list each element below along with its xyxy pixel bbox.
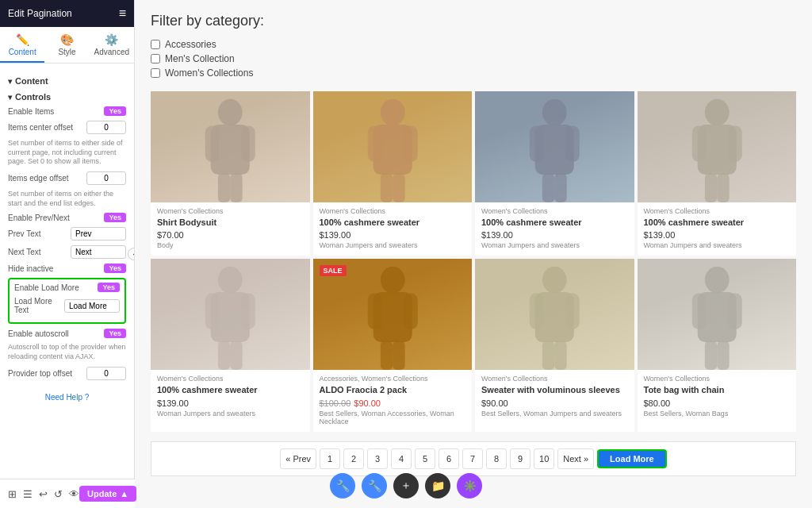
svg-rect-8 xyxy=(367,125,381,162)
enable-load-more-toggle[interactable]: Yes xyxy=(98,283,120,292)
items-center-note: Set number of items to either side of cu… xyxy=(8,139,126,167)
product-name: 100% cashmere sweater xyxy=(157,384,304,395)
page-number-btn[interactable]: 3 xyxy=(367,448,388,469)
product-card[interactable]: Women's Collections100% cashmere sweater… xyxy=(475,91,634,256)
tab-content[interactable]: ✏️ Content xyxy=(0,27,44,63)
sidebar-body: Content Controls Enable Items Yes Items … xyxy=(0,64,134,508)
original-price: $100.00 xyxy=(320,398,351,408)
content-icon: ✏️ xyxy=(3,33,41,46)
tab-style[interactable]: 🎨 Style xyxy=(44,27,89,63)
refresh-icon[interactable]: ↺ xyxy=(54,488,63,500)
product-card[interactable]: Women's Collections100% cashmere sweater… xyxy=(151,259,310,431)
page-number-btn[interactable]: 7 xyxy=(462,448,483,469)
product-card[interactable]: Women's CollectionsSweater with volumino… xyxy=(475,259,634,431)
filter-mens-checkbox[interactable] xyxy=(151,54,160,64)
enable-items-label: Enable Items xyxy=(8,107,104,116)
need-help-link[interactable]: Need Help ? xyxy=(8,385,126,410)
layers-icon[interactable]: ☰ xyxy=(23,488,33,500)
provider-top-offset-input[interactable] xyxy=(86,367,126,380)
product-tags: Woman Jumpers and sweaters xyxy=(157,410,304,418)
load-more-button[interactable]: Load More xyxy=(597,449,667,468)
svg-rect-32 xyxy=(367,294,381,330)
pagination-next[interactable]: Next » xyxy=(557,448,594,469)
eye-icon[interactable]: 👁 xyxy=(69,488,79,500)
pagination-prev[interactable]: « Prev xyxy=(280,448,316,469)
enable-autoscroll-toggle[interactable]: Yes xyxy=(104,329,126,338)
svg-rect-47 xyxy=(717,341,729,370)
page-number-btn[interactable]: 2 xyxy=(343,448,364,469)
page-number-btn[interactable]: 1 xyxy=(320,448,340,469)
svg-rect-39 xyxy=(565,294,580,330)
items-edge-offset-input[interactable] xyxy=(86,171,126,185)
svg-rect-28 xyxy=(218,341,230,370)
items-center-offset-input[interactable] xyxy=(86,121,126,134)
sidebar-bottom-icons: ⊞ ☰ ↩ ↺ 👁 xyxy=(8,488,79,500)
svg-rect-17 xyxy=(554,174,566,202)
page-number-btn[interactable]: 4 xyxy=(391,448,412,469)
filter-womens[interactable]: Women's Collections xyxy=(151,67,796,79)
product-price: $70.00 xyxy=(157,230,304,240)
toolbar-add-button[interactable]: ＋ xyxy=(393,473,419,498)
filter-accessories-checkbox[interactable] xyxy=(151,40,160,49)
product-category: Women's Collections xyxy=(481,207,628,215)
svg-rect-3 xyxy=(241,125,255,162)
page-number-btn[interactable]: 10 xyxy=(534,448,554,469)
next-text-row: Next Text xyxy=(8,245,126,259)
enable-items-toggle[interactable]: Yes xyxy=(104,106,126,116)
toolbar-sparkle-button[interactable]: ✳️ xyxy=(457,473,482,498)
svg-rect-22 xyxy=(704,174,716,202)
load-more-text-input[interactable] xyxy=(64,299,120,313)
hide-inactive-row: Hide inactive Yes xyxy=(8,264,126,273)
filter-mens[interactable]: Men's Collection xyxy=(151,53,796,64)
enable-autoscroll-label: Enable autoscroll xyxy=(8,329,104,338)
svg-rect-27 xyxy=(241,294,255,330)
tab-content-label: Content xyxy=(9,48,36,56)
svg-point-18 xyxy=(704,99,729,126)
svg-rect-44 xyxy=(691,294,706,330)
enable-items-row: Enable Items Yes xyxy=(8,106,126,116)
menu-dots-icon[interactable]: ≡ xyxy=(119,6,126,21)
bottom-toolbar: 🔧 🔧 ＋ 📁 ✳️ xyxy=(330,473,482,498)
filter-accessories[interactable]: Accessories xyxy=(151,39,796,50)
tab-advanced[interactable]: ⚙️ Advanced xyxy=(90,27,134,63)
page-number-btn[interactable]: 6 xyxy=(439,448,459,469)
product-tags: Best Sellers, Woman Bags xyxy=(644,410,791,418)
update-chevron-icon: ▲ xyxy=(120,489,128,498)
product-grid: Women's CollectionsShirt Bodysuit$70.00B… xyxy=(151,91,796,432)
next-text-input[interactable] xyxy=(71,245,126,259)
toolbar-wrench1-button[interactable]: 🔧 xyxy=(330,473,355,498)
items-center-offset-label: Items center offset xyxy=(8,123,86,132)
product-card[interactable]: Women's CollectionsShirt Bodysuit$70.00B… xyxy=(151,91,310,256)
provider-top-offset-row: Provider top offset xyxy=(8,367,126,380)
svg-point-36 xyxy=(542,267,567,294)
product-card[interactable]: SALEAccessories, Women's CollectionsALDO… xyxy=(313,259,473,431)
toolbar-folder-button[interactable]: 📁 xyxy=(425,473,450,498)
hide-inactive-label: Hide inactive xyxy=(8,264,104,273)
product-category: Women's Collections xyxy=(644,375,791,383)
product-card[interactable]: Women's Collections100% cashmere sweater… xyxy=(638,91,797,256)
filter-womens-checkbox[interactable] xyxy=(151,68,160,78)
svg-point-24 xyxy=(218,267,243,294)
svg-rect-4 xyxy=(218,174,230,202)
page-number-btn[interactable]: 9 xyxy=(510,448,530,469)
undo-icon[interactable]: ↩ xyxy=(39,488,48,500)
hide-inactive-toggle[interactable]: Yes xyxy=(104,264,126,273)
update-label: Update xyxy=(87,489,117,498)
update-button[interactable]: Update ▲ xyxy=(79,486,136,502)
page-number-btn[interactable]: 5 xyxy=(415,448,435,469)
svg-point-6 xyxy=(380,99,404,126)
svg-rect-45 xyxy=(728,294,742,330)
product-price: $80.00 xyxy=(644,398,791,408)
prev-text-input[interactable] xyxy=(71,227,126,241)
filter-accessories-label: Accessories xyxy=(165,39,216,50)
enable-prev-next-toggle[interactable]: Yes xyxy=(104,213,126,222)
toolbar-wrench2-button[interactable]: 🔧 xyxy=(362,473,387,498)
grid-icon[interactable]: ⊞ xyxy=(8,488,17,500)
autoscroll-note: Autoscroll to top of the provider when r… xyxy=(8,343,126,361)
product-card[interactable]: Women's Collections100% cashmere sweater… xyxy=(313,91,473,256)
collapse-arrow[interactable]: ‹ xyxy=(128,248,135,260)
items-edge-note: Set number of items on either the start … xyxy=(8,190,126,208)
product-card[interactable]: Women's CollectionsTote bag with chain$8… xyxy=(638,259,797,431)
page-number-btn[interactable]: 8 xyxy=(486,448,507,469)
items-edge-offset-row: Items edge offset xyxy=(8,171,126,185)
